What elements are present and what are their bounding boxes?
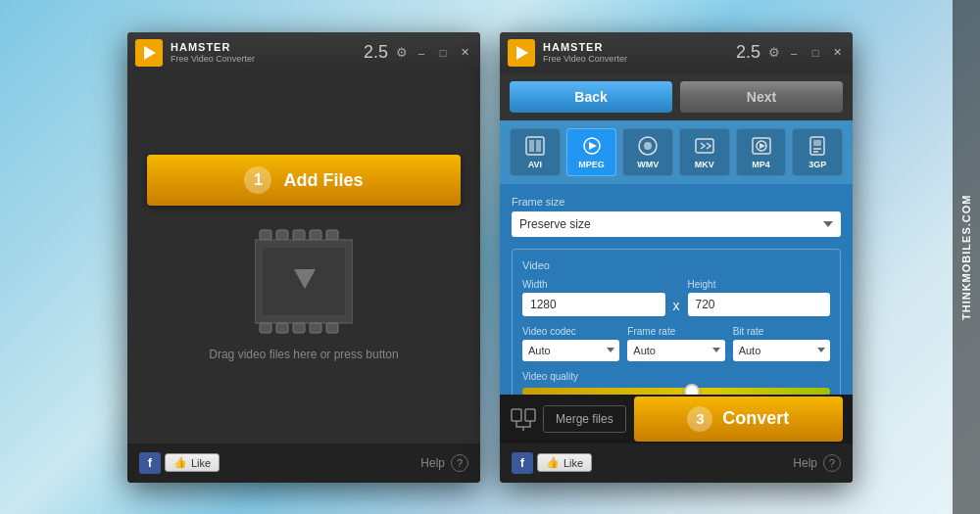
svg-rect-15 [536,140,541,152]
svg-rect-14 [529,140,534,152]
svg-rect-12 [326,323,338,333]
height-group: Height [688,279,831,316]
width-group: Width [522,279,665,316]
nav-bar: Back Next [500,73,853,120]
svg-rect-13 [526,137,544,155]
dimension-separator: x [673,298,680,313]
help-icon-1[interactable]: ? [451,454,468,472]
close-button-1[interactable]: ✕ [457,45,472,61]
svg-rect-10 [293,323,305,333]
svg-rect-3 [310,230,321,240]
3gp-icon [807,135,828,157]
title-text-1: HAMSTER Free Video Converter [171,41,352,65]
minimize-button-1[interactable]: – [414,45,429,61]
play-icon-2 [516,46,528,60]
tab-mp4[interactable]: MP4 [736,128,787,176]
video-section-title: Video [522,259,830,271]
main-content-1: 1 Add Files [127,73,480,444]
framerate-label: Frame rate [627,326,724,337]
titlebar-1: HAMSTER Free Video Converter 2.5 ⚙ – □ ✕ [127,32,480,73]
svg-point-19 [644,142,652,150]
app-logo-1 [135,39,163,67]
svg-rect-25 [813,140,821,146]
merge-icon [510,405,537,433]
tab-mkv[interactable]: MKV [679,128,730,176]
like-button-2[interactable]: 👍 Like [537,453,592,472]
titlebar-2: HAMSTER Free Video Converter 2.5 ⚙ – □ ✕ [500,32,853,73]
wmv-label: WMV [637,160,659,169]
help-label-2: Help [793,456,817,470]
svg-rect-8 [260,323,271,333]
height-label: Height [688,279,831,290]
quality-track [522,388,830,395]
facebook-icon-2[interactable]: f [512,452,533,474]
app-title-2: HAMSTER [543,41,724,54]
frame-size-section: Frame size Preserve size 320x240 640x480… [512,196,841,237]
minimize-button-2[interactable]: – [786,45,802,61]
format-tabs: AVI MPEG WMV MKV [500,120,853,184]
3gp-label: 3GP [808,160,826,169]
help-area-2: Help ? [793,454,841,472]
version-1: 2.5 [364,42,388,63]
help-label-1: Help [420,456,445,470]
convert-button[interactable]: 3 Convert [634,397,843,442]
footer-2: f 👍 Like Help ? [500,444,853,483]
svg-rect-4 [326,230,338,240]
frame-size-select[interactable]: Preserve size 320x240 640x480 1280x720 1… [512,211,841,237]
merge-files-button[interactable]: Merge files [543,405,626,433]
codec-row: Video codec Auto Frame rate Auto Bit rat… [522,326,830,361]
quality-slider-container: Normal [522,388,830,395]
avi-icon [524,135,546,157]
width-input[interactable] [522,293,665,316]
mkv-label: MKV [695,160,714,169]
gear-icon-1[interactable]: ⚙ [396,45,408,60]
framerate-group: Frame rate Auto [627,326,724,361]
bitrate-label: Bit rate [733,326,830,337]
facebook-icon-1[interactable]: f [139,452,161,474]
action-bar: Merge files 3 Convert [500,395,853,444]
restore-button-1[interactable]: □ [435,45,451,61]
next-button[interactable]: Next [680,81,843,113]
svg-rect-0 [260,230,271,240]
quality-thumb[interactable] [684,384,700,395]
frame-size-label: Frame size [512,196,841,208]
tab-avi[interactable]: AVI [510,128,561,176]
help-area-1: Help ? [420,454,468,472]
add-files-button[interactable]: 1 Add Files [147,155,461,206]
tab-mpeg[interactable]: MPEG [566,128,617,176]
mkv-icon [694,135,715,157]
like-button-1[interactable]: 👍 Like [165,453,220,472]
tab-3gp[interactable]: 3GP [792,128,843,176]
titlebar-controls-2: ⚙ – □ ✕ [768,45,845,61]
close-button-2[interactable]: ✕ [829,45,845,61]
width-label: Width [522,279,665,290]
merge-section: Merge files [510,405,626,433]
codec-select[interactable]: Auto [522,340,619,361]
add-files-label: Add Files [283,170,363,191]
svg-marker-23 [760,143,765,149]
gear-icon-2[interactable]: ⚙ [768,45,780,60]
film-icon [255,225,353,338]
back-button[interactable]: Back [510,81,672,113]
add-files-number: 1 [244,166,271,194]
mp4-label: MP4 [752,160,770,169]
svg-rect-29 [525,409,535,421]
titlebar-controls-1: ⚙ – □ ✕ [396,45,472,61]
svg-rect-28 [512,409,521,421]
framerate-select[interactable]: Auto [627,340,724,361]
restore-button-2[interactable]: □ [808,45,823,61]
bitrate-select[interactable]: Auto [733,340,830,361]
play-icon-1 [144,46,156,60]
codec-group: Video codec Auto [522,326,619,361]
svg-rect-9 [276,323,288,333]
film-reel-area [255,225,353,338]
convert-number: 3 [687,406,712,432]
tab-wmv[interactable]: WMV [622,128,673,176]
fb-like-1: f 👍 Like [139,452,220,474]
help-icon-2[interactable]: ? [823,454,841,472]
height-input[interactable] [688,293,831,316]
quality-label: Video quality [522,371,830,382]
wmv-icon [637,135,659,157]
svg-marker-17 [589,142,597,150]
settings-panel: Frame size Preserve size 320x240 640x480… [500,184,853,395]
